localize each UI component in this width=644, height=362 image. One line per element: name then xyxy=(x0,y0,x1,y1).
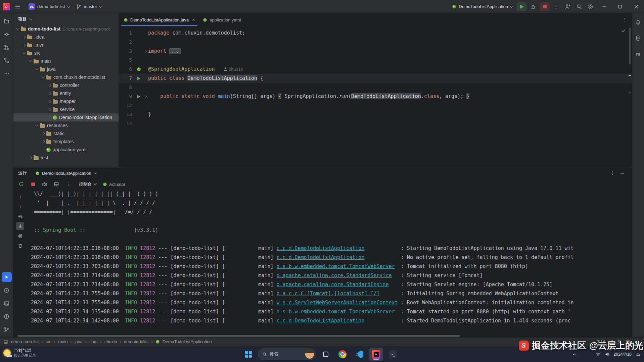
wifi-icon[interactable] xyxy=(595,352,601,357)
volume-icon[interactable] xyxy=(605,352,610,357)
settings-button[interactable] xyxy=(585,2,595,11)
scroll-to-end-button[interactable] xyxy=(16,222,24,230)
tree-item-demo-todo-list[interactable]: demo-todo-list G:\chuxin-cs\spring-boot xyxy=(13,25,119,33)
run-line-icon[interactable] xyxy=(137,77,140,80)
tree-item-controller[interactable]: controller xyxy=(13,81,119,89)
sidebar-item-problems[interactable] xyxy=(2,311,12,321)
tool-window-layout-icon[interactable] xyxy=(3,340,8,344)
breadcrumb-item[interactable]: demotodolist xyxy=(124,339,149,344)
restore-layout-button[interactable] xyxy=(53,180,60,188)
thread-dump-button[interactable] xyxy=(41,180,48,188)
start-button[interactable] xyxy=(242,348,255,361)
sidebar-item-version-control[interactable] xyxy=(2,324,12,334)
notification-bell-icon[interactable] xyxy=(636,352,641,357)
branch-widget[interactable]: master xyxy=(73,2,105,12)
project-widget[interactable]: DL demo-todo-list xyxy=(26,2,73,12)
debug-button[interactable] xyxy=(528,2,538,11)
tree-item-DemoTodoListApplication[interactable]: DemoTodoListApplication xyxy=(13,113,119,121)
fold-arrow-icon[interactable] xyxy=(144,95,146,98)
code-line-14[interactable]: 14 xyxy=(119,119,632,128)
more-actions-button[interactable] xyxy=(551,2,561,11)
code-line-9[interactable]: 9 public static void main(String[] args)… xyxy=(119,92,632,101)
run-line-icon[interactable] xyxy=(137,95,140,98)
rerun-button[interactable] xyxy=(17,180,25,188)
stop-process-button[interactable] xyxy=(29,180,37,188)
sidebar-item-maven[interactable]: m xyxy=(633,49,643,59)
breadcrumb-item[interactable]: java xyxy=(75,339,83,344)
kebab-icon[interactable] xyxy=(610,171,615,175)
breadcrumb-item[interactable]: com xyxy=(89,339,98,344)
sidebar-item-more[interactable] xyxy=(2,68,12,79)
close-tab-icon[interactable]: × xyxy=(192,17,195,22)
tree-item-src[interactable]: src xyxy=(13,49,119,57)
tree-item-.idea[interactable]: .idea xyxy=(13,33,119,41)
sidebar-item-services[interactable] xyxy=(2,285,12,295)
soft-wrap-button[interactable] xyxy=(16,212,24,220)
stop-button[interactable] xyxy=(540,2,550,11)
tab-application-yaml[interactable]: application.yaml xyxy=(199,13,245,26)
tree-item-java[interactable]: java xyxy=(13,65,119,73)
up-stack-trace-button[interactable]: ↑ xyxy=(16,193,24,201)
close-button[interactable] xyxy=(629,0,644,13)
taskbar-search[interactable]: 搜索 xyxy=(258,349,316,360)
run-config-widget[interactable]: DemoTodoListApplication xyxy=(449,2,516,12)
weather-widget[interactable]: 当前气温 接近历史记录 xyxy=(3,348,36,358)
sidebar-item-pull-requests[interactable] xyxy=(2,42,12,52)
tree-item-com.chuxin.demotodolist[interactable]: com.chuxin.demotodolist xyxy=(13,73,119,81)
print-button[interactable] xyxy=(16,232,24,240)
tree-item-templates[interactable]: templates xyxy=(13,138,119,146)
tree-item-resources[interactable]: resources xyxy=(13,121,119,130)
down-stack-trace-button[interactable]: ↓ xyxy=(16,203,24,211)
logger-link[interactable]: w.s.c.ServletWebServerApplicationContext xyxy=(277,300,398,306)
logger-link[interactable]: o.apache.catalina.core.StandardEngine xyxy=(277,281,389,288)
tree-item-test[interactable]: test xyxy=(13,154,119,162)
more-button[interactable] xyxy=(64,180,72,188)
code-line-12[interactable]: 12 xyxy=(119,101,632,110)
code-line-2[interactable]: 2 xyxy=(119,38,632,47)
sidebar-item-structure[interactable] xyxy=(2,55,12,65)
code-line-7[interactable]: 7public class DemoTodoListApplication { xyxy=(119,74,632,83)
sidebar-item-project[interactable] xyxy=(2,16,12,26)
ime-indicator[interactable]: 英 xyxy=(617,339,622,345)
breadcrumb-item[interactable]: src xyxy=(46,339,51,344)
code-line-1[interactable]: 1package com.chuxin.demotodolist; xyxy=(119,29,632,38)
tree-item-static[interactable]: static xyxy=(13,130,119,138)
pen-icon[interactable] xyxy=(609,340,613,344)
breadcrumb-item[interactable]: main xyxy=(58,339,67,344)
sidebar-item-run[interactable] xyxy=(2,272,12,282)
tray-date[interactable]: 2024/7/10 xyxy=(614,352,632,357)
hide-tool-window-icon[interactable] xyxy=(620,171,625,175)
maximize-button[interactable] xyxy=(612,0,628,13)
taskbar-app-media[interactable] xyxy=(319,348,332,361)
taskbar-app-chrome[interactable] xyxy=(336,348,349,361)
minimize-button[interactable] xyxy=(596,0,612,13)
keyboard-icon[interactable] xyxy=(626,340,631,344)
logger-link[interactable]: o.s.b.w.embedded.tomcat.TomcatWebServer xyxy=(277,263,395,269)
code-line-3[interactable]: 3import ... xyxy=(119,47,632,56)
console-hscrollbar[interactable] xyxy=(15,334,630,337)
logger-link[interactable]: c.c.d.DemoTodoListApplication xyxy=(277,254,365,260)
project-panel-header[interactable]: 项目 xyxy=(13,13,119,25)
actuator-view-tab[interactable]: Actuator xyxy=(103,182,125,187)
notifications-button[interactable] xyxy=(633,17,643,27)
speaker-icon[interactable] xyxy=(635,340,639,344)
tree-item-main[interactable]: main xyxy=(13,57,119,65)
close-run-tab-icon[interactable]: × xyxy=(94,171,97,176)
tab-demo-todo-list-application-java[interactable]: DemoTodoListApplication.java × xyxy=(120,13,199,26)
code-editor[interactable]: 1package com.chuxin.demotodolist;23impor… xyxy=(119,26,632,167)
clear-console-button[interactable] xyxy=(16,242,24,250)
code-line-5[interactable]: 5 xyxy=(119,56,632,65)
breadcrumb-item[interactable]: demo-todo-list xyxy=(11,339,39,344)
run-button[interactable] xyxy=(517,2,527,11)
taskbar-app-terminal[interactable]: >_ xyxy=(386,348,400,361)
breadcrumb-item[interactable]: chuxin xyxy=(104,339,117,344)
avatar[interactable] xyxy=(305,350,314,359)
tree-item-entity[interactable]: entity xyxy=(13,89,119,97)
run-tab[interactable]: DemoTodoListApplication × xyxy=(32,169,100,177)
tree-item-service[interactable]: service xyxy=(13,105,119,113)
search-everywhere-button[interactable] xyxy=(574,2,584,11)
logger-link[interactable]: o.a.c.c.C.[Tomcat].[localhost].[/] xyxy=(277,291,380,297)
sidebar-item-terminal[interactable] xyxy=(2,298,12,308)
console-view-tab[interactable]: 控制台 xyxy=(79,181,96,187)
tray-chevron-up-icon[interactable] xyxy=(572,352,577,357)
